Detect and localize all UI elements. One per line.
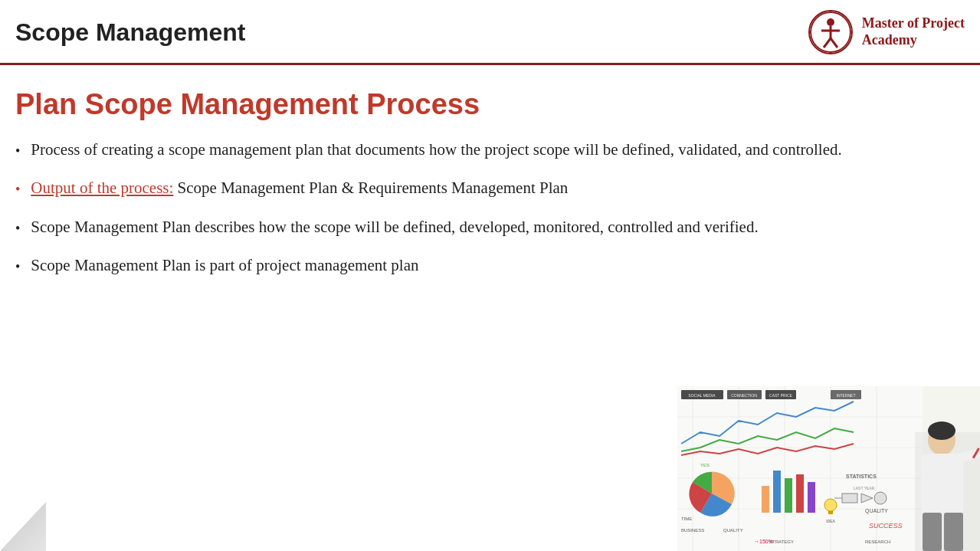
bullet-text-3: Scope Management Plan describes how the … [31, 215, 758, 238]
svg-text:YES: YES [700, 463, 710, 467]
logo-icon [808, 10, 853, 54]
svg-rect-26 [762, 486, 769, 513]
svg-text:QUALITY: QUALITY [865, 508, 888, 514]
main-content: Plan Scope Management Process • Process … [0, 65, 980, 551]
svg-text:LAST YEAR: LAST YEAR [854, 486, 875, 490]
bullet-text-1: Process of creating a scope management p… [31, 138, 841, 161]
bullet-marker-4: • [15, 257, 20, 277]
page-title: Scope Management [15, 18, 246, 47]
svg-rect-48 [944, 513, 963, 551]
svg-point-53 [824, 499, 837, 511]
logo-text: Master of Project Academy [862, 15, 965, 48]
svg-point-1 [827, 18, 834, 26]
svg-point-40 [874, 492, 887, 504]
svg-rect-27 [773, 471, 781, 513]
slide-title: Plan Scope Management Process [15, 88, 949, 121]
svg-text:→150%: →150% [754, 539, 773, 544]
svg-text:CONNECTION: CONNECTION [731, 393, 757, 398]
svg-point-44 [928, 421, 955, 440]
svg-text:INTERNET: INTERNET [837, 393, 856, 398]
bullet-item-2: • Output of the process: Scope Managemen… [15, 176, 949, 199]
svg-text:STATISTICS: STATISTICS [846, 474, 877, 479]
bullet-item-4: • Scope Management Plan is part of proje… [15, 254, 949, 277]
svg-text:SUCCESS: SUCCESS [869, 522, 903, 530]
svg-text:QUALITY: QUALITY [723, 528, 743, 533]
svg-text:SOCIAL MEDIA: SOCIAL MEDIA [688, 393, 716, 398]
bullet-list: • Process of creating a scope management… [15, 138, 949, 277]
bullet-marker-2: • [15, 179, 20, 199]
bullet-marker-3: • [15, 218, 20, 238]
bullet-item-1: • Process of creating a scope management… [15, 138, 949, 161]
svg-rect-30 [808, 482, 815, 513]
bullet-link-2[interactable]: Output of the process: [31, 179, 173, 197]
bullet-text-4: Scope Management Plan is part of project… [31, 254, 418, 277]
whiteboard-scene-svg: SOCIAL MEDIA CONNECTION CAST PRICE INTER… [677, 386, 980, 551]
svg-text:CAST PRICE: CAST PRICE [769, 393, 793, 398]
svg-text:BUSINESS: BUSINESS [681, 528, 704, 533]
svg-rect-47 [923, 513, 942, 551]
svg-rect-29 [796, 474, 804, 513]
svg-text:IDEA: IDEA [826, 519, 835, 523]
logo-area: Master of Project Academy [808, 10, 965, 54]
whiteboard-image-area: SOCIAL MEDIA CONNECTION CAST PRICE INTER… [677, 386, 980, 551]
svg-rect-38 [842, 494, 857, 503]
svg-rect-28 [785, 478, 792, 513]
logo-svg [810, 11, 851, 53]
svg-text:RESEARCH: RESEARCH [865, 540, 890, 544]
header: Scope Management Master of Project Acade… [0, 0, 980, 65]
bullet-marker-1: • [15, 141, 20, 161]
bullet-item-3: • Scope Management Plan describes how th… [15, 215, 949, 238]
svg-rect-54 [828, 511, 833, 514]
svg-text:TIME: TIME [681, 517, 692, 521]
bullet-text-2: Output of the process: Scope Management … [31, 176, 568, 199]
whiteboard-image: SOCIAL MEDIA CONNECTION CAST PRICE INTER… [677, 386, 980, 551]
